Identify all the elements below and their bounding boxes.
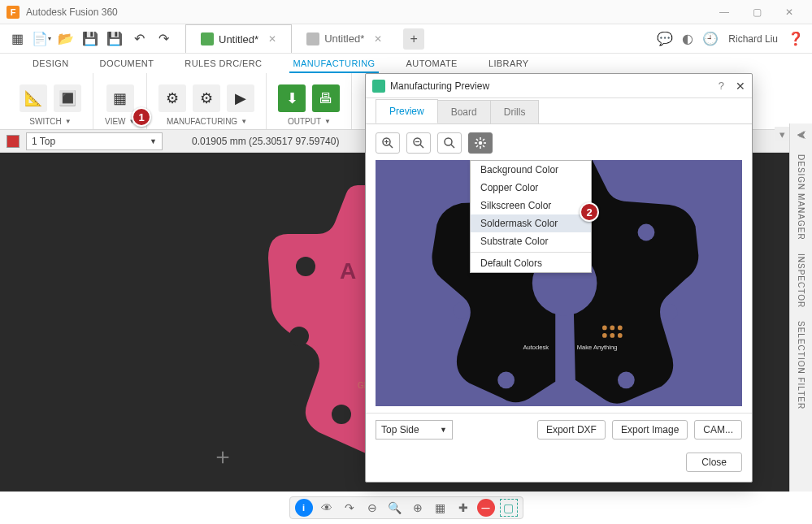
color-settings-menu: Background Color Copper Color Silkscreen… <box>470 160 592 273</box>
svg-point-34 <box>610 333 614 338</box>
menu-item-copper-color[interactable]: Copper Color <box>471 179 591 197</box>
dock-arrow-icon[interactable]: ⮜ <box>797 130 806 141</box>
logo-a-icon: A <box>340 258 356 284</box>
document-tab-label: Untitled* <box>219 33 258 45</box>
jobs-icon[interactable]: ◐ <box>676 28 699 50</box>
layer-color-swatch[interactable] <box>7 135 20 148</box>
cam-button[interactable]: CAM... <box>694 420 742 440</box>
dialog-titlebar[interactable]: Manufacturing Preview ? ✕ <box>366 74 752 98</box>
document-tab-inactive[interactable]: Untitled* ✕ <box>292 24 397 53</box>
svg-line-5 <box>389 145 393 148</box>
export-image-button[interactable]: Export Image <box>612 420 688 440</box>
chevron-down-icon: ▼ <box>440 426 447 434</box>
play-icon[interactable]: ▶ <box>227 84 254 112</box>
close-button[interactable]: Close <box>686 453 742 472</box>
document-type-icon <box>201 32 214 45</box>
ribbon-tab-manufacturing[interactable]: MANUFACTURING <box>289 55 378 73</box>
chevron-down-icon: ▼ <box>150 137 157 145</box>
grid-icon[interactable]: ▦ <box>432 499 449 517</box>
print-green-icon[interactable]: 🖶 <box>312 84 340 112</box>
tab-close-icon[interactable]: ✕ <box>374 33 382 45</box>
zoom-fit-icon[interactable] <box>437 132 462 154</box>
new-tab-button[interactable]: + <box>403 28 424 50</box>
navigation-bar: i 👁 ↷ ⊖ 🔍 ⊕ ▦ ✚ — ▢ <box>0 496 812 519</box>
zoom-in-icon[interactable]: ⊕ <box>409 499 427 517</box>
panel-tab-design-manager[interactable]: DESIGN MANAGER <box>797 154 805 240</box>
redo-icon[interactable]: ↷ <box>151 27 176 51</box>
user-name[interactable]: Richard Liu <box>728 33 778 45</box>
file-menu-icon[interactable]: 📄▾ <box>29 27 54 51</box>
zoom-out-icon[interactable] <box>406 132 431 154</box>
save-icon[interactable]: 💾 <box>78 27 102 51</box>
selection-box-icon[interactable]: ▢ <box>500 499 518 517</box>
svg-line-18 <box>476 139 478 141</box>
panel-tab-selection-filter[interactable]: SELECTION FILTER <box>797 321 805 409</box>
svg-line-9 <box>420 145 423 148</box>
help-icon[interactable]: ❓ <box>784 28 807 50</box>
open-icon[interactable]: 📂 <box>54 27 78 51</box>
layer-select[interactable]: 1 Top ▼ <box>26 132 163 150</box>
side-select[interactable]: Top Side ▼ <box>376 420 453 440</box>
zoom-in-icon[interactable] <box>376 132 400 154</box>
ribbon-tab-document[interactable]: DOCUMENT <box>97 55 158 73</box>
dialog-tab-preview[interactable]: Preview <box>376 99 438 123</box>
zoom-out-icon[interactable]: ⊖ <box>363 499 381 517</box>
ribbon-label: SWITCH <box>29 117 61 126</box>
annotation-bubble-2: 2 <box>580 202 599 222</box>
undo-icon[interactable]: ↶ <box>127 27 151 51</box>
panel-tab-inspector[interactable]: INSPECTOR <box>797 253 805 308</box>
document-tab-active[interactable]: Untitled* ✕ <box>185 24 292 53</box>
panel-expand-icon[interactable]: ▾ <box>775 127 789 141</box>
settings-gear-icon[interactable] <box>468 132 493 154</box>
quick-access-toolbar: ▦ 📄▾ 📂 💾 💾 ↶ ↷ Untitled* ✕ Untitled* ✕ +… <box>0 24 812 54</box>
dialog-tabs: Preview Board Drills <box>366 98 752 124</box>
caret-down-icon[interactable]: ▼ <box>241 118 247 125</box>
ribbon-group-switch: 📐 🔳 SWITCH▼ <box>8 73 93 129</box>
menu-item-background-color[interactable]: Background Color <box>471 161 591 179</box>
dialog-help-icon[interactable]: ? <box>719 80 724 92</box>
grid-icon[interactable]: ▦ <box>106 84 134 112</box>
ribbon-tab-automate[interactable]: AUTOMATE <box>403 55 461 73</box>
dialog-title: Manufacturing Preview <box>390 80 719 92</box>
save-all-icon[interactable]: 💾 <box>102 27 127 51</box>
window-maximize-button[interactable]: ▢ <box>740 1 773 24</box>
dialog-close-icon[interactable]: ✕ <box>736 80 745 93</box>
menu-item-soldermask-color[interactable]: Soldermask Color <box>471 214 591 232</box>
preview-icon[interactable]: ⚙ <box>193 84 220 112</box>
cam-processor-icon[interactable]: ⚙ <box>158 84 186 112</box>
dialog-preview-viewport[interactable]: A Autodesk Make Anything Background Colo… <box>376 160 742 406</box>
export-dxf-button[interactable]: Export DXF <box>537 420 606 440</box>
ribbon-group-manufacturing: ⚙ ⚙ ▶ MANUFACTURING▼ <box>147 73 267 129</box>
svg-point-33 <box>602 333 607 338</box>
menu-item-substrate-color[interactable]: Substrate Color <box>471 232 591 250</box>
info-icon[interactable]: i <box>295 499 313 517</box>
data-panel-icon[interactable]: ▦ <box>5 27 29 51</box>
switch-schematic-icon[interactable]: 📐 <box>20 84 47 112</box>
caret-down-icon[interactable]: ▼ <box>324 118 331 125</box>
window-close-button[interactable]: ✕ <box>773 1 805 24</box>
export-green-icon[interactable]: ⬇ <box>278 84 306 112</box>
menu-item-default-colors[interactable]: Default Colors <box>471 254 591 272</box>
switch-3d-icon[interactable]: 🔳 <box>54 84 81 112</box>
eye-icon[interactable]: 👁 <box>318 499 336 517</box>
window-minimize-button[interactable]: — <box>708 1 740 24</box>
menu-item-silkscreen-color[interactable]: Silkscreen Color <box>471 197 591 214</box>
plus-grid-icon[interactable]: ✚ <box>454 499 472 517</box>
tab-close-icon[interactable]: ✕ <box>268 33 276 45</box>
svg-line-21 <box>483 139 484 141</box>
redo-icon[interactable]: ↷ <box>341 499 358 517</box>
ribbon-tab-rules[interactable]: RULES DRC/ERC <box>181 55 265 73</box>
dialog-tab-drills[interactable]: Drills <box>490 100 540 123</box>
notifications-icon[interactable]: 💬 <box>654 28 676 50</box>
caret-down-icon[interactable]: ▼ <box>65 118 72 125</box>
clock-icon[interactable]: 🕘 <box>699 28 722 50</box>
ribbon-tab-library[interactable]: LIBRARY <box>485 55 532 73</box>
coordinates-readout: 0.01905 mm (25.30517 97.59740) <box>192 136 339 147</box>
svg-line-12 <box>451 145 454 148</box>
dialog-close-row: Close <box>366 446 752 482</box>
zoom-icon[interactable]: 🔍 <box>386 499 404 517</box>
ribbon-tab-design[interactable]: DESIGN <box>29 55 72 73</box>
dialog-tab-board[interactable]: Board <box>437 100 491 123</box>
stop-icon[interactable]: — <box>477 499 495 517</box>
layer-select-value: 1 Top <box>32 136 55 147</box>
